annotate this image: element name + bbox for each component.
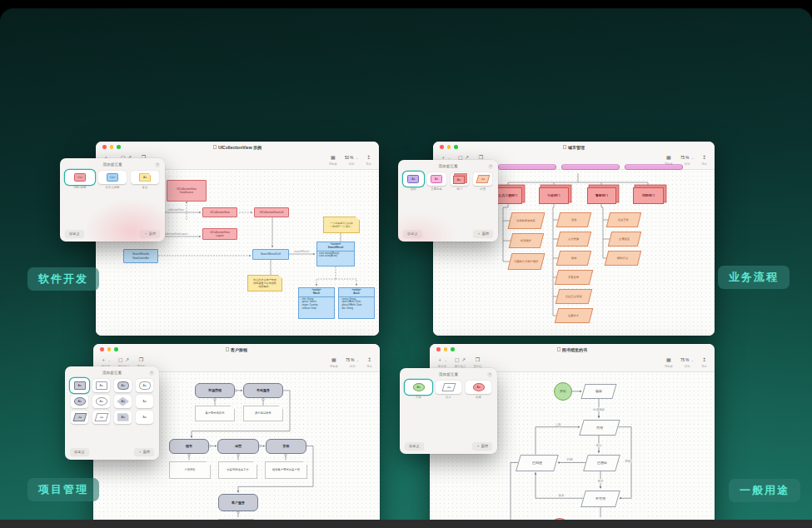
toolbar-palette-group[interactable]: ▦ 调色板 — [665, 356, 673, 368]
category-tag-project[interactable]: 项目管理 — [27, 478, 99, 501]
diagram-node[interactable]: 和人机交互用户界面 相链接显示的界面数 据模型类。 — [247, 275, 282, 291]
zoom-level-value[interactable]: 50 % — [345, 154, 353, 162]
palette-item[interactable]: Aa开始 — [406, 381, 431, 399]
zoom-level-value[interactable]: 75 % — [680, 154, 689, 162]
diagram-node[interactable]: 社区活动策划 — [555, 289, 592, 304]
diagram-node[interactable]: 已借出 — [583, 455, 620, 471]
help-icon[interactable]: ? — [487, 372, 492, 377]
palette-item[interactable]: Aa — [114, 411, 132, 424]
diagram-node[interactable]: 客户服务 — [218, 494, 258, 511]
diagram-node[interactable]: 社区警务 — [606, 212, 641, 227]
customize-button[interactable]: 自定义 — [405, 442, 424, 450]
zoom-button[interactable] — [451, 347, 455, 351]
diagram-node[interactable]: 信息技术 — [555, 308, 593, 323]
diagram-node[interactable]: UICollectionView Layout — [202, 228, 237, 240]
toolbar-palette-group[interactable]: ▦ 调色板 — [330, 356, 338, 368]
palette-item[interactable]: Aa组织 — [404, 172, 423, 191]
minimize-button[interactable] — [110, 145, 114, 149]
titlebar[interactable]: UICollectionView 示例 — [96, 142, 379, 152]
toolbar-add-group[interactable]: ＋⌄ 新元素 — [437, 356, 447, 368]
share-export-icon[interactable]: ↥ — [367, 356, 371, 364]
palette-item[interactable]: Aa结束 — [466, 381, 491, 399]
toolbar-zoom-group[interactable]: 75 %⌄ 缩放 — [680, 356, 694, 368]
add-new-button[interactable]: ＋新增 — [473, 230, 493, 237]
palette-item[interactable]: Aa — [136, 395, 153, 408]
diagram-node[interactable]: 编目 — [580, 384, 616, 399]
diagram-node[interactable]: 交通巡逻 — [608, 232, 641, 247]
close-button[interactable] — [440, 145, 444, 149]
toolbar-export-group[interactable]: ↥ 导出 — [701, 356, 707, 368]
close-button[interactable] — [102, 145, 107, 149]
customize-button[interactable]: 自定义 — [65, 230, 84, 237]
diagram-node[interactable]: 垃圾和回收收集 — [508, 212, 545, 229]
close-button[interactable] — [100, 347, 104, 351]
minimize-button[interactable] — [447, 145, 451, 149]
diagram-node[interactable]: 公共工程部门 — [494, 187, 522, 204]
palette-item[interactable]: Aa — [71, 411, 88, 424]
palette-item[interactable]: Aa主要角色 — [427, 172, 446, 191]
diagram-node[interactable]: 可用 — [579, 420, 620, 436]
diagram-node[interactable]: 运营 — [217, 439, 259, 454]
diagram-node[interactable]: 客户需求和研究 — [195, 406, 235, 421]
share-export-icon[interactable]: ↥ — [702, 356, 706, 364]
palette-item[interactable]: Aa部门 — [451, 172, 470, 191]
palette-item[interactable]: Aa — [71, 379, 88, 392]
category-tag-business[interactable]: 业务流程 — [718, 266, 790, 289]
sidebar-toggle-icon[interactable]: ❐ — [476, 356, 480, 364]
diagram-node[interactable]: UICollectionViewCell — [254, 207, 289, 217]
zoom-button[interactable] — [117, 145, 121, 149]
select-mode-icon[interactable]: ▢ — [455, 356, 460, 364]
zoom-level-value[interactable]: 75 % — [680, 356, 689, 364]
close-button[interactable] — [436, 347, 441, 351]
diagram-node[interactable]: «screen» SearchResultcase movie(Movie) c… — [316, 242, 355, 266]
palette-item[interactable]: Aa状态 — [436, 381, 461, 399]
palette-item[interactable]: Aa — [136, 411, 153, 424]
palette-item[interactable]: Aa — [92, 395, 110, 408]
sidebar-toggle-icon[interactable]: ❐ — [139, 356, 143, 364]
diagram-node[interactable]: 灾害管理 — [555, 270, 593, 285]
diagram-node[interactable]: 销售 — [169, 439, 209, 454]
toolbar-zoom-group[interactable]: 75 %⌄ 缩放 — [680, 154, 694, 166]
pan-mode-icon[interactable]: ↗ — [461, 356, 466, 364]
palette-item[interactable]: Aa备注 — [131, 171, 159, 189]
diagram-node[interactable]: 人力资源 — [556, 232, 591, 247]
palette-item[interactable]: Aa — [136, 379, 153, 392]
toolbar-export-group[interactable]: ↥ 导出 — [701, 154, 707, 166]
diagram-node[interactable]: 不可用 — [580, 491, 620, 507]
share-export-icon[interactable]: ↥ — [702, 154, 706, 162]
diagram-node[interactable]: 拨打电话联系 — [243, 406, 283, 421]
color-palette-icon[interactable]: ▦ — [666, 154, 671, 162]
minimize-button[interactable] — [444, 347, 448, 351]
zoom-button[interactable] — [454, 145, 458, 149]
palette-item[interactable]: Aa — [114, 379, 132, 392]
diagram-node[interactable]: 开始 — [554, 382, 572, 401]
palette-item[interactable]: </a>UML 类型 — [66, 171, 94, 189]
diagram-node[interactable]: 财政 — [556, 251, 591, 266]
toolbar-zoom-group[interactable]: 75 %⌄ 缩放 — [346, 356, 359, 368]
diagram-node[interactable]: 已归还 — [516, 455, 559, 471]
diagram-node[interactable]: 运营 — [556, 212, 591, 227]
toolbar-export-group[interactable]: ↥ 导出 — [366, 356, 372, 368]
toolbar-palette-group[interactable]: ▦ 调色板 — [665, 154, 673, 166]
toolbar-palette-group[interactable]: ▦ 调色板 — [329, 154, 337, 166]
diagram-node[interactable]: 售前服务 — [243, 383, 283, 398]
diagram-node[interactable]: 特种行动 — [605, 251, 641, 266]
diagram-node[interactable]: «entity» Movie- title: String - genre: G… — [298, 287, 335, 319]
diagram-node[interactable]: «entity» Actor- name: String - dateOfBir… — [338, 287, 375, 319]
zoom-button[interactable] — [114, 347, 118, 351]
toolbar-mode-group[interactable]: ▢↗ 操作模式 — [455, 356, 466, 368]
add-new-button[interactable]: ＋新增 — [140, 230, 160, 237]
diagram-node[interactable]: SearchResults ViewController — [123, 249, 158, 263]
add-new-button[interactable]: ＋新增 — [134, 448, 154, 456]
add-element-icon[interactable]: ＋ — [437, 356, 442, 364]
select-mode-icon[interactable]: ▢ — [118, 356, 123, 364]
toolbar-export-group[interactable]: ↥ 导出 — [366, 154, 371, 166]
diagram-node[interactable]: SearchResultCell — [252, 249, 289, 260]
diagram-node[interactable]: 行政部门 — [539, 187, 569, 204]
add-new-button[interactable]: ＋新增 — [472, 442, 492, 450]
diagram-node[interactable]: 产品销售 — [169, 461, 211, 479]
diagram-node[interactable]: UICollectionView — [202, 207, 237, 217]
color-palette-icon[interactable]: ▦ — [331, 356, 336, 364]
customize-button[interactable]: 自定义 — [70, 448, 89, 456]
diagram-node[interactable]: 安装前的准备工作 — [218, 461, 257, 479]
